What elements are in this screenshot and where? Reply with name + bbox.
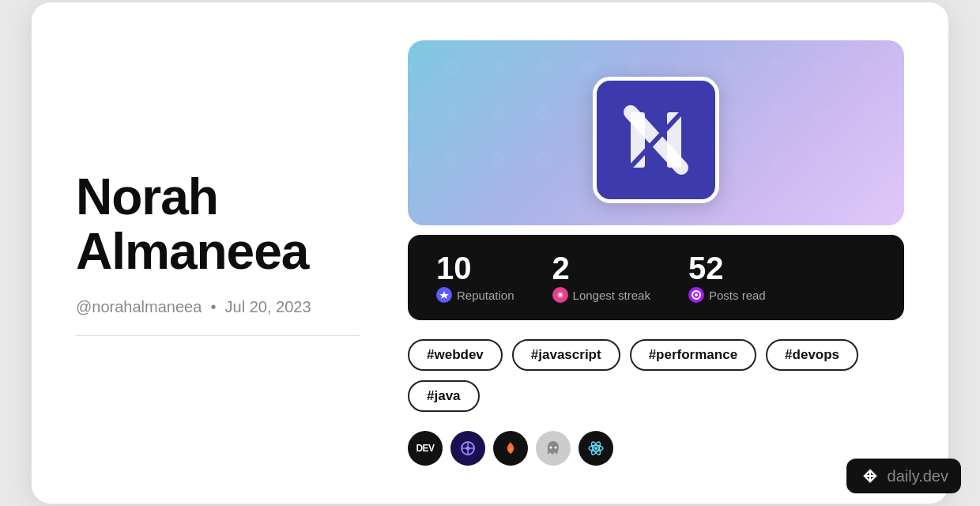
source-css-icon[interactable]: [450, 431, 485, 466]
svg-point-13: [550, 447, 552, 449]
svg-point-14: [555, 447, 557, 449]
user-handle: @norahalmaneea: [76, 298, 202, 315]
reputation-icon: [436, 287, 452, 303]
user-handle-date: @norahalmaneea • Jul 20, 2023: [76, 298, 360, 316]
daily-dev-branding: daily.dev: [846, 459, 961, 493]
svg-point-8: [695, 293, 698, 296]
user-name: Norah Almaneea: [76, 170, 360, 279]
stats-bar: 10 Reputation 2 Longest streak: [408, 235, 904, 320]
reputation-stat: 10 Reputation: [436, 252, 514, 303]
source-icons: DEV: [408, 431, 613, 466]
avatar-wrapper: [430, 62, 882, 225]
posts-label: Posts read: [709, 289, 766, 302]
tag-javascript[interactable]: #javascript: [512, 339, 620, 371]
daily-dev-logo: [859, 465, 881, 487]
svg-point-12: [466, 447, 470, 451]
posts-label-row: Posts read: [688, 287, 766, 303]
source-ghost-icon[interactable]: [536, 431, 571, 466]
branding-text: daily.dev: [888, 467, 948, 485]
reputation-label: Reputation: [457, 289, 514, 302]
svg-point-15: [594, 447, 597, 450]
source-react-icon[interactable]: [579, 431, 613, 466]
source-dev-icon[interactable]: DEV: [408, 431, 443, 466]
streak-label-row: Longest streak: [552, 287, 650, 303]
source-fire-icon[interactable]: [493, 431, 528, 466]
tag-devops[interactable]: #devops: [766, 339, 858, 371]
reputation-label-row: Reputation: [436, 287, 514, 303]
posts-icon: [688, 287, 704, 303]
tag-performance[interactable]: #performance: [630, 339, 756, 371]
streak-stat: 2 Longest streak: [552, 252, 650, 303]
user-join-date: Jul 20, 2023: [225, 298, 311, 315]
svg-point-6: [559, 293, 562, 296]
right-panel: 10 Reputation 2 Longest streak: [408, 40, 904, 466]
streak-icon: [552, 287, 568, 303]
tag-java[interactable]: #java: [408, 380, 480, 412]
divider: [76, 335, 360, 336]
streak-value: 2: [552, 252, 570, 284]
tag-webdev[interactable]: #webdev: [408, 339, 503, 371]
left-panel: Norah Almaneea @norahalmaneea • Jul 20, …: [76, 170, 360, 336]
streak-label: Longest streak: [573, 289, 650, 302]
svg-marker-4: [439, 291, 449, 299]
avatar: [593, 77, 719, 203]
profile-header: [408, 40, 904, 225]
posts-stat: 52 Posts read: [688, 252, 766, 303]
profile-card: Norah Almaneea @norahalmaneea • Jul 20, …: [32, 2, 948, 504]
posts-value: 52: [688, 252, 724, 284]
bottom-row: DEV: [408, 428, 904, 466]
reputation-value: 10: [436, 252, 472, 284]
tags-section: #webdev #javascript #performance #devops…: [408, 339, 904, 412]
